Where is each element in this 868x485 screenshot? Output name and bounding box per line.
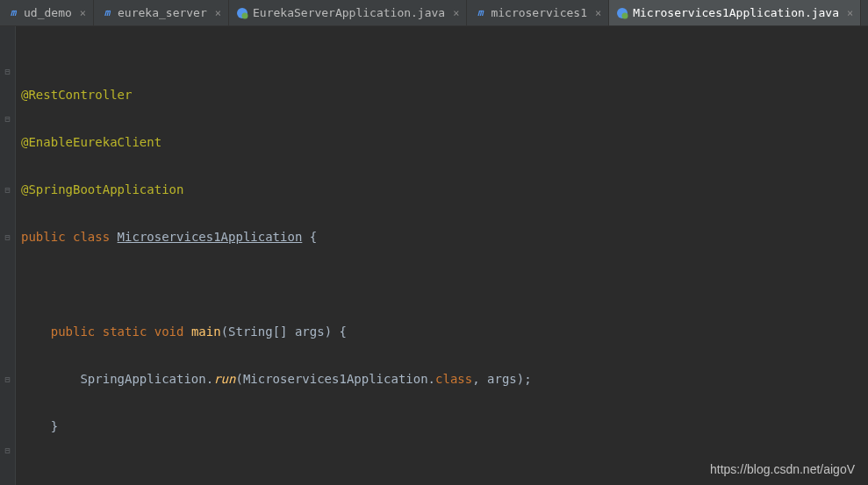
brace: { xyxy=(302,230,317,244)
tab-microservices1[interactable]: m microservices1 × xyxy=(467,0,609,25)
annotation: @SpringBootApplication xyxy=(21,182,183,196)
keyword: static xyxy=(103,325,147,339)
fold-icon[interactable]: ⊟ xyxy=(0,60,15,83)
java-icon xyxy=(236,7,248,19)
keyword: public xyxy=(21,230,66,244)
method: main xyxy=(191,325,221,339)
close-icon[interactable]: × xyxy=(80,7,86,19)
annotation: @EnableEurekaClient xyxy=(21,135,161,149)
tab-label: EurekaServerApplication.java xyxy=(253,6,445,19)
module-icon: m xyxy=(101,7,113,19)
close-icon[interactable]: × xyxy=(215,7,221,19)
classname: Microservices1Application xyxy=(118,230,303,244)
close-icon[interactable]: × xyxy=(453,7,459,19)
fold-icon[interactable]: ⊟ xyxy=(0,367,15,391)
watermark: https://blog.csdn.net/aigoV xyxy=(710,462,855,476)
sig: (String[] args) { xyxy=(221,325,347,339)
java-icon xyxy=(616,7,628,19)
tab-bar: m ud_demo × m eureka_server × EurekaServ… xyxy=(0,0,868,26)
module-icon: m xyxy=(7,7,19,19)
tab-eureka-app[interactable]: EurekaServerApplication.java × xyxy=(229,0,467,25)
fold-icon[interactable]: ⊟ xyxy=(0,107,15,131)
keyword: void xyxy=(154,325,184,339)
module-icon: m xyxy=(474,7,486,19)
fold-icon[interactable]: ⊟ xyxy=(0,225,15,249)
tab-eureka-server[interactable]: m eureka_server × xyxy=(94,0,229,25)
close-icon[interactable]: × xyxy=(847,7,853,19)
keyword: class xyxy=(435,372,472,386)
close-icon[interactable]: × xyxy=(595,7,601,19)
tab-label: eureka_server xyxy=(118,6,207,19)
tab-microservices1-app[interactable]: Microservices1Application.java × xyxy=(609,0,861,25)
brace: } xyxy=(51,419,58,433)
call: (Microservices1Application. xyxy=(235,372,435,386)
code-content[interactable]: @RestController @EnableEurekaClient @Spr… xyxy=(16,26,868,485)
tab-label: Microservices1Application.java xyxy=(633,6,839,19)
call: , args); xyxy=(472,372,531,386)
tab-application-yml[interactable]: application.yml × xyxy=(861,0,868,25)
call: SpringApplication. xyxy=(80,372,213,386)
svg-point-1 xyxy=(242,12,248,18)
keyword: class xyxy=(73,230,110,244)
fold-icon[interactable]: ⊟ xyxy=(0,439,15,462)
svg-point-3 xyxy=(622,12,628,18)
tab-label: microservices1 xyxy=(491,6,587,19)
keyword: public xyxy=(51,325,96,339)
gutter: ⊟ ⊟ ⊟ ⊟ ⊟ ⊟ xyxy=(0,26,16,485)
fold-icon[interactable]: ⊟ xyxy=(0,178,15,202)
annotation: @RestController xyxy=(21,88,132,102)
method: run xyxy=(213,372,235,386)
tab-label: ud_demo xyxy=(24,6,72,19)
editor: ⊟ ⊟ ⊟ ⊟ ⊟ ⊟ @RestController @EnableEurek… xyxy=(0,26,868,485)
tab-ud-demo[interactable]: m ud_demo × xyxy=(0,0,94,25)
